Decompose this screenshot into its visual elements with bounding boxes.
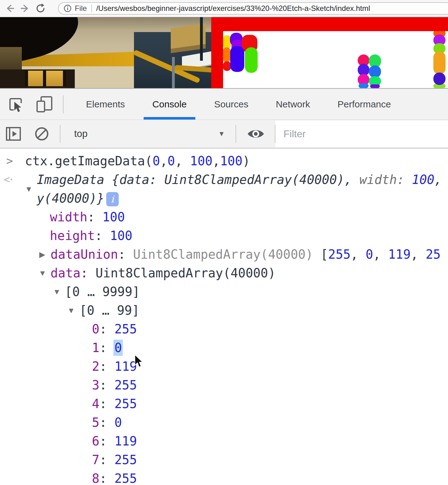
console-text: y(40000)} (37, 191, 104, 205)
console-row-prop-dataunion[interactable]: ▶dataUnion: Uint8ClampedArray(40000) [25… (0, 245, 448, 264)
tab-elements[interactable]: Elements (72, 89, 139, 120)
execution-context-selector[interactable]: top ▼ (72, 128, 227, 139)
console-text: 6 (92, 434, 99, 448)
console-line: 5: 0 (0, 413, 448, 432)
console-sidebar-icon[interactable] (5, 125, 22, 142)
webpage-photo-image (0, 17, 211, 88)
tab-performance[interactable]: Performance (324, 89, 405, 120)
live-expression-eye-icon[interactable] (247, 127, 265, 141)
console-line: 8: 255 (0, 469, 448, 485)
console-text: 255 (114, 453, 137, 467)
console-text: 0 (92, 322, 99, 336)
console-text: 0 (168, 154, 175, 168)
url-scheme-label: File (75, 4, 87, 13)
info-badge-icon[interactable]: i (106, 192, 119, 206)
console-text: : (99, 322, 114, 336)
toolbar-separator (63, 95, 64, 113)
console-text: 119 (114, 359, 137, 374)
console-text: 119 (114, 434, 137, 448)
back-arrow-icon[interactable] (4, 3, 15, 14)
clear-console-icon[interactable] (34, 126, 50, 142)
context-label: top (74, 128, 88, 139)
console-line: 6: 119 (0, 432, 448, 450)
canvas-frame-left (211, 17, 223, 88)
console-text: : (95, 228, 110, 243)
console-text: 3 (92, 378, 99, 392)
console-text: , (411, 247, 426, 261)
toolbar-separator (60, 125, 60, 143)
console-row-index-3: 3: 255 (0, 376, 448, 394)
expander-right-icon[interactable]: ▶ (39, 245, 45, 264)
console-row-index-5: 5: 0 (0, 413, 448, 432)
expander-down-icon[interactable]: ▼ (67, 301, 75, 320)
console-text: 25 (426, 247, 441, 261)
console-text: 100 (220, 154, 242, 168)
reload-icon[interactable] (36, 3, 46, 14)
console-row-prop-data[interactable]: ▼data: Uint8ClampedArray(40000) (0, 264, 448, 282)
console-line: width: 100 (0, 208, 448, 226)
console-text: width: (360, 172, 412, 187)
tab-sources[interactable]: Sources (200, 89, 262, 120)
return-value-icon: <· (4, 170, 13, 189)
console-row-prop-height: height: 100 (0, 226, 448, 245)
paint-blob (223, 47, 231, 62)
paint-blob (433, 73, 446, 85)
browser-toolbar: File /Users/wesbos/beginner-javascript/e… (0, 0, 448, 17)
device-toolbar-icon[interactable] (36, 96, 53, 113)
forward-arrow-icon[interactable] (20, 3, 31, 14)
console-text: : (99, 378, 114, 392)
console-line: 3: 255 (0, 376, 448, 394)
console-text: height (50, 228, 95, 243)
console-text: 8 (92, 471, 99, 485)
page-info-icon[interactable] (64, 4, 72, 12)
console-row-index-4: 4: 255 (0, 394, 448, 413)
console-text: 255 (328, 247, 350, 261)
console-text: 7 (92, 453, 99, 467)
photo-pole (200, 17, 203, 61)
console-row-range-0-99[interactable]: ▼[0 … 99] (0, 301, 448, 320)
console-text: 255 (114, 378, 137, 392)
console-text: dataUnion (50, 247, 118, 261)
console-text: 100 (110, 228, 132, 243)
expander-down-icon[interactable]: ▼ (53, 282, 61, 301)
devtools-panel: ElementsConsoleSourcesNetworkPerformance… (0, 88, 448, 485)
console-text: 0 (114, 341, 122, 355)
console-text: ) (242, 154, 250, 168)
chevron-down-icon: ▼ (218, 130, 225, 138)
prompt-chevron-icon: > (6, 152, 13, 170)
expander-down-icon[interactable]: ▼ (39, 264, 46, 282)
tab-console[interactable]: Console (139, 89, 200, 120)
paint-blob (359, 83, 369, 88)
console-row-range-0-9999[interactable]: ▼[0 … 9999] (0, 282, 448, 301)
devtools-tab-bar: ElementsConsoleSourcesNetworkPerformance (0, 89, 448, 120)
console-row-result-preview[interactable]: <·▼ImageData {data: Uint8ClampedArray(40… (0, 170, 448, 208)
console-text: [ (313, 247, 328, 261)
console-text: 0 (152, 154, 160, 168)
console-text: , (175, 154, 190, 168)
inspect-element-icon[interactable] (7, 96, 24, 112)
devtools-tabs: ElementsConsoleSourcesNetworkPerformance (72, 89, 405, 120)
console-text: : (99, 415, 114, 430)
console-filter-input[interactable] (275, 120, 448, 147)
address-bar[interactable]: File /Users/wesbos/beginner-javascript/e… (58, 2, 448, 15)
expander-down-icon[interactable]: ▼ (25, 180, 33, 198)
console-text: 100 (190, 154, 212, 168)
etch-a-sketch-canvas[interactable] (211, 17, 448, 88)
console-line: ctx.getImageData(0,0, 100,100) (0, 152, 448, 170)
canvas-frame-top (211, 17, 448, 31)
console-row-index-1: 1: 0 (0, 338, 448, 357)
console-line: data: Uint8ClampedArray(40000) (0, 264, 448, 282)
console-text: 0 (365, 247, 373, 261)
console-text: 119 (388, 247, 411, 261)
console-text: : (80, 266, 95, 280)
tab-network[interactable]: Network (262, 89, 324, 120)
console-text: 100 (412, 172, 434, 187)
paint-blob (245, 47, 258, 73)
console-text: , (373, 247, 388, 261)
console-line: 2: 119 (0, 357, 448, 376)
console-text: 5 (92, 415, 99, 430)
console-line: 0: 255 (0, 320, 448, 338)
console-text: , (350, 247, 365, 261)
console-text: , (160, 154, 168, 168)
console-line: height: 100 (0, 226, 448, 245)
